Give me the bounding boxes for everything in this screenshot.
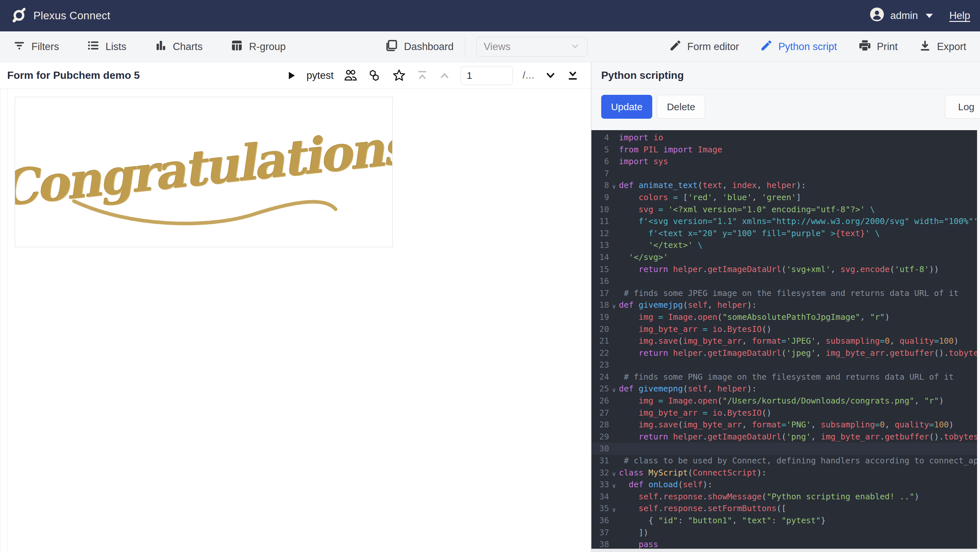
editor-horizontal-scrollbar[interactable] xyxy=(592,549,977,552)
script-panel-body: Update Delete Log 4import io5from PIL im… xyxy=(592,89,980,552)
python-code-editor[interactable]: 4import io5from PIL import Image6import … xyxy=(592,130,977,549)
code-text xyxy=(619,275,977,288)
code-line-35[interactable]: 35∨ self.response.setFormButtons([ xyxy=(592,503,977,515)
user-menu[interactable]: admin xyxy=(869,7,933,24)
code-line-10[interactable]: 10 svg = '<?xml version="1.0" encoding="… xyxy=(592,204,977,216)
top-navbar: Plexus Connect admin Help xyxy=(0,0,980,32)
fold-arrow-icon[interactable]: ∨ xyxy=(609,480,619,492)
fold-arrow-icon[interactable]: ∨ xyxy=(609,504,619,516)
code-text: f'<text x="20" y="100" fill="purple" >{t… xyxy=(619,227,977,240)
code-text: # class to be used by Connect, defining … xyxy=(619,455,977,467)
delete-button[interactable]: Delete xyxy=(657,95,705,119)
code-line-19[interactable]: 19 img = Image.open("someAbsolutePathToJ… xyxy=(592,311,977,323)
fold-arrow-icon[interactable]: ∨ xyxy=(609,180,619,192)
form-editor-button[interactable]: Form editor xyxy=(669,39,739,55)
filters-button[interactable]: Filters xyxy=(13,38,59,55)
fold-gutter xyxy=(609,240,619,253)
fold-gutter xyxy=(609,276,619,288)
scroll-to-top-icon[interactable] xyxy=(416,69,428,82)
list-icon xyxy=(86,38,100,55)
code-line-31[interactable]: 31 # class to be used by Connect, defini… xyxy=(592,455,977,467)
update-button[interactable]: Update xyxy=(601,95,652,119)
main-toolbar: Filters Lists xyxy=(0,32,980,62)
code-line-21[interactable]: 21 img.save(img_byte_arr, format='JPEG',… xyxy=(592,335,977,347)
code-line-8[interactable]: 8∨def animate_text(text, index, helper): xyxy=(592,180,977,192)
dashboard-button[interactable]: Dashboard xyxy=(384,38,454,55)
code-line-4[interactable]: 4import io xyxy=(592,132,977,144)
python-script-label: Python script xyxy=(778,41,837,52)
line-number: 32 xyxy=(592,467,609,479)
code-line-23[interactable]: 23 xyxy=(592,359,977,371)
fold-gutter xyxy=(609,456,619,468)
structure-icon[interactable] xyxy=(368,68,382,83)
export-button[interactable]: Export xyxy=(918,39,966,55)
code-line-18[interactable]: 18∨def givemejpg(self, helper): xyxy=(592,299,977,311)
line-number: 8 xyxy=(592,180,609,192)
code-line-16[interactable]: 16 xyxy=(592,275,977,288)
code-line-6[interactable]: 6import sys xyxy=(592,156,977,168)
line-number: 13 xyxy=(592,239,609,251)
code-line-36[interactable]: 36 { "id": "button1", "text": "pytest"} xyxy=(592,515,977,527)
line-number: 7 xyxy=(592,168,609,180)
scroll-to-bottom-icon[interactable] xyxy=(566,69,579,82)
fold-gutter xyxy=(609,325,619,337)
code-line-25[interactable]: 25∨def givemepng(self, helper): xyxy=(592,383,977,395)
favorite-star-icon[interactable] xyxy=(392,68,406,83)
previous-record-icon[interactable] xyxy=(438,69,451,82)
users-icon[interactable] xyxy=(344,68,358,83)
fold-gutter xyxy=(609,539,619,549)
fold-arrow-icon[interactable]: ∨ xyxy=(609,468,619,480)
code-line-28[interactable]: 28 img.save(img_byte_arr, format='PNG', … xyxy=(592,419,977,431)
run-button-label[interactable]: pytest xyxy=(307,70,334,81)
code-line-22[interactable]: 22 return helper.getImageDataUrl('jpeg',… xyxy=(592,347,977,360)
code-line-29[interactable]: 29 return helper.getImageDataUrl('png', … xyxy=(592,431,977,443)
log-button[interactable]: Log xyxy=(945,95,980,119)
code-line-11[interactable]: 11 f'<svg version="1.1" xmlns="http://ww… xyxy=(592,215,977,227)
code-line-24[interactable]: 24 # finds some PNG image on the filesys… xyxy=(592,371,977,383)
code-line-33[interactable]: 33∨ def onLoad(self): xyxy=(592,479,977,491)
code-text: img = Image.open("someAbsolutePathToJpgI… xyxy=(619,311,977,323)
fold-arrow-icon[interactable]: ∨ xyxy=(609,384,619,396)
code-line-7[interactable]: 7 xyxy=(592,168,977,180)
help-link[interactable]: Help xyxy=(949,10,970,22)
code-line-17[interactable]: 17 # finds some JPEG image on the filesy… xyxy=(592,288,977,299)
print-button[interactable]: Print xyxy=(858,38,898,55)
code-text xyxy=(619,168,977,180)
code-line-32[interactable]: 32∨class MyScript(ConnectScript): xyxy=(592,467,977,479)
run-script-button[interactable] xyxy=(286,70,297,81)
line-number: 22 xyxy=(592,347,609,360)
line-number: 25 xyxy=(592,383,609,395)
fold-gutter xyxy=(609,205,619,217)
record-number-input[interactable] xyxy=(461,66,513,85)
app-window: Plexus Connect admin Help xyxy=(0,0,980,552)
fold-gutter xyxy=(609,420,619,432)
code-line-15[interactable]: 15 return helper.getImageDataUrl('svg+xm… xyxy=(592,264,977,276)
code-line-12[interactable]: 12 f'<text x="20" y="100" fill="purple" … xyxy=(592,227,977,240)
code-line-26[interactable]: 26 img = Image.open("/Users/kortusd/Down… xyxy=(592,395,977,407)
code-line-38[interactable]: 38 pass xyxy=(592,539,977,549)
plexus-logo-icon xyxy=(11,7,27,24)
brand-name: Plexus Connect xyxy=(33,10,110,22)
rgroup-button[interactable]: R-group xyxy=(230,38,286,55)
code-line-34[interactable]: 34 self.response.showMessage("Python scr… xyxy=(592,491,977,503)
code-line-5[interactable]: 5from PIL import Image xyxy=(592,144,977,156)
code-line-13[interactable]: 13 '</text>' \ xyxy=(592,239,977,251)
code-line-30[interactable]: 30 xyxy=(592,443,977,455)
python-script-tab[interactable]: Python script xyxy=(760,39,837,55)
code-line-27[interactable]: 27 img_byte_arr = io.BytesIO() xyxy=(592,407,977,419)
code-line-14[interactable]: 14 '</svg>' xyxy=(592,251,977,264)
brand[interactable]: Plexus Connect xyxy=(11,7,110,24)
fold-arrow-icon[interactable]: ∨ xyxy=(609,300,619,312)
lists-button[interactable]: Lists xyxy=(86,38,126,55)
line-number: 34 xyxy=(592,491,609,503)
code-line-37[interactable]: 37 ]) xyxy=(592,527,977,539)
congratulations-image-widget[interactable]: Congratulations xyxy=(15,97,393,247)
code-line-9[interactable]: 9 colors = ['red', 'blue', 'green'] xyxy=(592,192,977,204)
code-line-20[interactable]: 20 img_byte_arr = io.BytesIO() xyxy=(592,323,977,336)
charts-button[interactable]: Charts xyxy=(154,38,202,55)
views-select[interactable]: Views xyxy=(476,37,587,57)
next-record-icon[interactable] xyxy=(544,69,557,82)
charts-label: Charts xyxy=(173,41,202,52)
avatar-icon xyxy=(869,7,885,24)
fold-gutter xyxy=(609,528,619,540)
